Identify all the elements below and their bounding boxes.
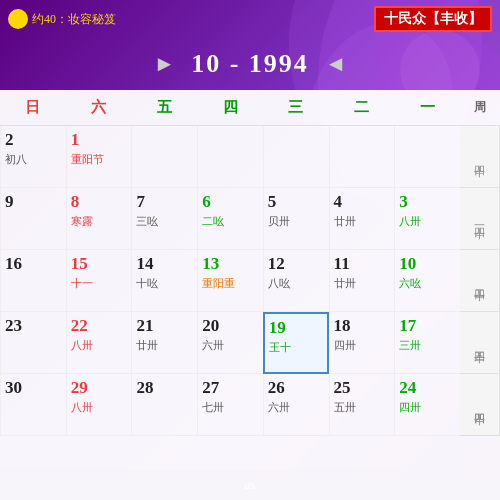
- month-year-display: 1994 - 10: [191, 49, 309, 79]
- lunar-date: 八卅: [71, 338, 93, 353]
- day-cell-w1-d0[interactable]: 3八卅: [394, 188, 460, 250]
- lunar-date: 八吆: [268, 276, 290, 291]
- day-cell-w1-d2[interactable]: 5贝卅: [263, 188, 329, 250]
- day-number: 13: [202, 254, 219, 274]
- day-cell-w3-d6[interactable]: 23: [0, 312, 66, 374]
- day-cell-w4-d6[interactable]: 30: [0, 374, 66, 436]
- day-number: 18: [334, 316, 351, 336]
- lunar-date: 寒露: [71, 214, 93, 229]
- app-title: 十民众【丰收】: [374, 6, 492, 32]
- day-cell-w2-d1[interactable]: 11廿卅: [329, 250, 395, 312]
- day-cell-w3-d5[interactable]: 22八卅: [66, 312, 132, 374]
- day-number: 28: [136, 378, 153, 398]
- day-cell-w3-d1[interactable]: 18四卅: [329, 312, 395, 374]
- day-number: 22: [71, 316, 88, 336]
- lunar-date: 六吆: [399, 276, 421, 291]
- next-month-button[interactable]: ►: [153, 51, 175, 77]
- day-number: 11: [334, 254, 350, 274]
- lunar-date: 八卅: [71, 400, 93, 415]
- day-number: 19: [269, 318, 286, 338]
- separator: -: [221, 49, 240, 78]
- day-number: 20: [202, 316, 219, 336]
- top-bar-right: 约40：妆容秘笈: [8, 9, 116, 29]
- day-cell-w4-d2[interactable]: 26六卅: [263, 374, 329, 436]
- title-text: 十民众【丰收】: [384, 11, 482, 26]
- lunar-date: 廿卅: [136, 338, 158, 353]
- day-number: 27: [202, 378, 219, 398]
- lunar-date: 重阳重: [202, 276, 235, 291]
- day-cell-w3-d2[interactable]: 19王十: [263, 312, 329, 374]
- calendar-area: 周 一 二 三 四 五 六 日 四十1重阳节2初八四十一3八卅4廿卅5贝卅6二吆…: [0, 90, 500, 500]
- day-cell-w0-d0[interactable]: [394, 126, 460, 188]
- lunar-date: 五卅: [334, 400, 356, 415]
- day-cell-w4-d1[interactable]: 25五卅: [329, 374, 395, 436]
- day-number: 30: [5, 378, 22, 398]
- day-cell-w2-d6[interactable]: 16: [0, 250, 66, 312]
- day-cell-w4-d3[interactable]: 27七卅: [197, 374, 263, 436]
- year-text: 1994: [249, 49, 309, 78]
- header-sun: 日: [0, 90, 66, 125]
- day-cell-w2-d5[interactable]: 15十一: [66, 250, 132, 312]
- day-cell-w4-d0[interactable]: 24四卅: [394, 374, 460, 436]
- lunar-date: 廿卅: [334, 276, 356, 291]
- day-cell-w4-d5[interactable]: 29八卅: [66, 374, 132, 436]
- day-cell-w0-d6[interactable]: 2初八: [0, 126, 66, 188]
- month-nav: ◄ 1994 - 10 ►: [0, 38, 500, 90]
- day-number: 25: [334, 378, 351, 398]
- header-wed: 三: [263, 90, 329, 125]
- top-bar: 十民众【丰收】 约40：妆容秘笈: [0, 0, 500, 38]
- day-cell-w2-d0[interactable]: 10六吆: [394, 250, 460, 312]
- calendar-grid: 四十1重阳节2初八四十一3八卅4廿卅5贝卅6二吆7三吆8寒露9四十二10六吆11…: [0, 126, 500, 436]
- day-cell-w1-d5[interactable]: 8寒露: [66, 188, 132, 250]
- lunar-date: 初八: [5, 152, 27, 167]
- day-headers: 周 一 二 三 四 五 六 日: [0, 90, 500, 126]
- day-number: 21: [136, 316, 153, 336]
- lunar-date: 十一: [71, 276, 93, 291]
- month-text: 10: [191, 49, 221, 78]
- day-number: 29: [71, 378, 88, 398]
- day-number: 14: [136, 254, 153, 274]
- lunar-date: 四卅: [399, 400, 421, 415]
- lunar-date: 三卅: [399, 338, 421, 353]
- week-col-header: 周: [460, 90, 500, 125]
- day-number: 23: [5, 316, 22, 336]
- day-cell-w3-d4[interactable]: 21廿卅: [131, 312, 197, 374]
- lunar-date: 王十: [269, 340, 291, 355]
- day-cell-w1-d4[interactable]: 7三吆: [131, 188, 197, 250]
- day-cell-w0-d1[interactable]: [329, 126, 395, 188]
- day-number: 9: [5, 192, 14, 212]
- day-cell-w0-d2[interactable]: [263, 126, 329, 188]
- lunar-date: 四卅: [334, 338, 356, 353]
- header-thu: 四: [197, 90, 263, 125]
- lunar-date: 七卅: [202, 400, 224, 415]
- day-number: 15: [71, 254, 88, 274]
- day-number: 7: [136, 192, 145, 212]
- lunar-date: 八卅: [399, 214, 421, 229]
- day-number: 8: [71, 192, 80, 212]
- day-number: 2: [5, 130, 14, 150]
- day-cell-w2-d3[interactable]: 13重阳重: [197, 250, 263, 312]
- day-number: 24: [399, 378, 416, 398]
- lunar-date: 六卅: [268, 400, 290, 415]
- day-cell-w1-d3[interactable]: 6二吆: [197, 188, 263, 250]
- day-number: 1: [71, 130, 80, 150]
- lunar-date: 重阳节: [71, 152, 104, 167]
- day-cell-w0-d4[interactable]: [131, 126, 197, 188]
- day-cell-w3-d3[interactable]: 20六卅: [197, 312, 263, 374]
- lunar-date: 三吆: [136, 214, 158, 229]
- day-cell-w4-d4[interactable]: 28: [131, 374, 197, 436]
- lunar-date: 二吆: [202, 214, 224, 229]
- day-number: 6: [202, 192, 211, 212]
- day-cell-w1-d1[interactable]: 4廿卅: [329, 188, 395, 250]
- day-cell-w2-d2[interactable]: 12八吆: [263, 250, 329, 312]
- header-mon: 一: [394, 90, 460, 125]
- day-number: 16: [5, 254, 22, 274]
- day-cell-w1-d6[interactable]: 9: [0, 188, 66, 250]
- day-cell-w0-d5[interactable]: 1重阳节: [66, 126, 132, 188]
- prev-month-button[interactable]: ◄: [325, 51, 347, 77]
- day-number: 12: [268, 254, 285, 274]
- day-cell-w2-d4[interactable]: 14十吆: [131, 250, 197, 312]
- week-num-1: 四十一: [460, 188, 500, 250]
- day-cell-w0-d3[interactable]: [197, 126, 263, 188]
- day-cell-w3-d0[interactable]: 17三卅: [394, 312, 460, 374]
